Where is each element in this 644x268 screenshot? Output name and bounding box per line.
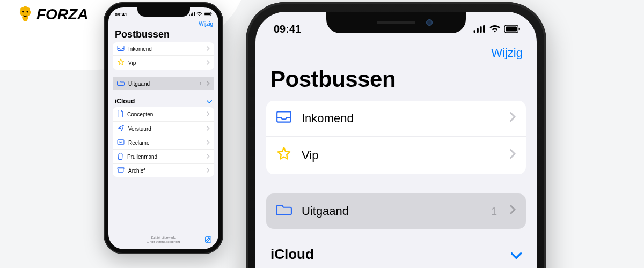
mailbox-label: Inkomend bbox=[302, 111, 500, 125]
speaker-icon bbox=[377, 21, 415, 24]
edit-button[interactable]: Wijzig bbox=[199, 21, 213, 27]
account-header[interactable]: iCloud bbox=[255, 236, 537, 265]
svg-point-0 bbox=[22, 11, 24, 12]
trash-icon bbox=[117, 152, 123, 161]
star-icon bbox=[276, 146, 292, 165]
phone-notch bbox=[326, 12, 466, 33]
mailbox-label: Vip bbox=[128, 60, 203, 66]
paper-plane-icon bbox=[117, 124, 125, 133]
mailbox-label: Uitgaand bbox=[302, 204, 481, 218]
svg-rect-11 bbox=[206, 237, 211, 243]
chevron-right-icon bbox=[207, 154, 210, 160]
account-name: iCloud bbox=[270, 246, 314, 263]
folder-label: Archief bbox=[128, 168, 203, 174]
junk-icon bbox=[117, 139, 125, 146]
battery-icon bbox=[204, 12, 212, 17]
folder-sent[interactable]: Verstuurd bbox=[113, 122, 214, 136]
svg-point-1 bbox=[27, 11, 28, 12]
folder-label: Reclame bbox=[128, 140, 203, 146]
svg-rect-8 bbox=[211, 13, 211, 14]
mailbox-list: Inkomend Vip bbox=[266, 101, 526, 174]
svg-rect-12 bbox=[474, 30, 476, 33]
camera-icon bbox=[426, 19, 433, 26]
brand-text: FORZA bbox=[36, 6, 88, 23]
brand-logo: FORZA bbox=[16, 4, 88, 25]
folder-archive[interactable]: Archief bbox=[113, 164, 214, 177]
mailbox-inbox[interactable]: Inkomend bbox=[266, 101, 526, 136]
svg-rect-4 bbox=[192, 13, 193, 16]
status-text: Zojuist bijgewerkt 1 niet-verstuurd beri… bbox=[122, 236, 204, 243]
mail-app-screen-large: 09:41 Wijzig Postbussen bbox=[255, 12, 537, 268]
chevron-right-icon bbox=[207, 81, 210, 87]
chevron-down-icon bbox=[207, 98, 212, 105]
folder-label: Prullenmand bbox=[127, 154, 203, 160]
folder-label: Concepten bbox=[127, 111, 203, 117]
folder-drafts[interactable]: Concepten bbox=[113, 107, 214, 122]
svg-rect-3 bbox=[191, 13, 192, 16]
chevron-right-icon bbox=[207, 46, 210, 52]
phone-mockup-large: 09:41 Wijzig Postbussen bbox=[246, 2, 546, 268]
svg-rect-18 bbox=[519, 27, 520, 30]
battery-icon bbox=[504, 23, 521, 35]
chevron-right-icon bbox=[207, 126, 210, 132]
wifi-icon bbox=[489, 23, 501, 35]
svg-rect-10 bbox=[118, 168, 124, 169]
cellular-signal-icon bbox=[473, 23, 485, 35]
svg-rect-5 bbox=[194, 12, 195, 16]
archive-icon bbox=[117, 167, 125, 174]
svg-rect-17 bbox=[506, 26, 517, 31]
svg-rect-14 bbox=[480, 26, 482, 33]
folder-trash[interactable]: Prullenmand bbox=[113, 150, 214, 164]
page-title: Postbussen bbox=[108, 28, 218, 42]
chevron-right-icon bbox=[510, 148, 516, 162]
status-time: 09:41 bbox=[274, 23, 301, 35]
chevron-right-icon bbox=[510, 111, 516, 125]
mailbox-list-outbox: Uitgaand 1 bbox=[113, 77, 214, 90]
outbox-count: 1 bbox=[199, 81, 202, 86]
mailbox-inbox[interactable]: Inkomend bbox=[113, 42, 214, 56]
svg-rect-15 bbox=[483, 25, 485, 33]
mailbox-outbox[interactable]: Uitgaand 1 bbox=[113, 77, 214, 90]
nav-bar: Wijzig bbox=[108, 20, 218, 28]
inbox-tray-icon bbox=[276, 110, 292, 126]
account-folder-list: Concepten Verstuurd Reclame Prullenmand bbox=[113, 107, 214, 177]
chevron-right-icon bbox=[207, 60, 210, 66]
lion-logo-icon bbox=[16, 4, 34, 25]
mailbox-list-outbox: Uitgaand 1 bbox=[266, 193, 526, 229]
mailbox-outbox[interactable]: Uitgaand 1 bbox=[266, 193, 526, 229]
wifi-icon bbox=[196, 12, 202, 17]
chevron-down-icon bbox=[511, 246, 522, 263]
chevron-right-icon bbox=[207, 140, 210, 146]
mailbox-label: Uitgaand bbox=[128, 81, 195, 87]
svg-rect-2 bbox=[189, 14, 190, 16]
chevron-right-icon bbox=[510, 204, 516, 218]
outbox-count: 1 bbox=[491, 205, 497, 218]
mail-app-screen-small: 09:41 Wijzig Postbussen bbox=[108, 7, 218, 249]
folder-label: Verstuurd bbox=[128, 126, 203, 132]
account-name: iCloud bbox=[115, 98, 135, 105]
account-header[interactable]: iCloud bbox=[108, 93, 218, 107]
page-title: Postbussen bbox=[255, 63, 537, 101]
svg-rect-13 bbox=[477, 28, 479, 32]
compose-button[interactable] bbox=[204, 236, 212, 244]
mailbox-vip[interactable]: Vip bbox=[266, 136, 526, 174]
folder-junk[interactable]: Reclame bbox=[113, 136, 214, 150]
chevron-right-icon bbox=[207, 168, 210, 174]
document-icon bbox=[117, 110, 123, 118]
mailbox-label: Inkomend bbox=[128, 46, 203, 52]
folder-icon bbox=[276, 203, 292, 219]
mailbox-label: Vip bbox=[302, 148, 500, 162]
phone-notch bbox=[137, 7, 190, 17]
mailbox-vip[interactable]: Vip bbox=[113, 56, 214, 70]
svg-rect-7 bbox=[204, 13, 210, 16]
star-icon bbox=[117, 58, 125, 67]
phone-mockup-small: 09:41 Wijzig Postbussen bbox=[104, 2, 223, 254]
status-time: 09:41 bbox=[115, 12, 127, 17]
nav-bar: Wijzig bbox=[255, 39, 537, 63]
chevron-right-icon bbox=[207, 111, 210, 117]
folder-icon bbox=[117, 80, 125, 87]
edit-button[interactable]: Wijzig bbox=[491, 46, 523, 59]
inbox-tray-icon bbox=[117, 45, 125, 53]
mail-footer-bar: Zojuist bijgewerkt 1 niet-verstuurd beri… bbox=[108, 233, 218, 249]
cellular-signal-icon bbox=[189, 12, 195, 17]
